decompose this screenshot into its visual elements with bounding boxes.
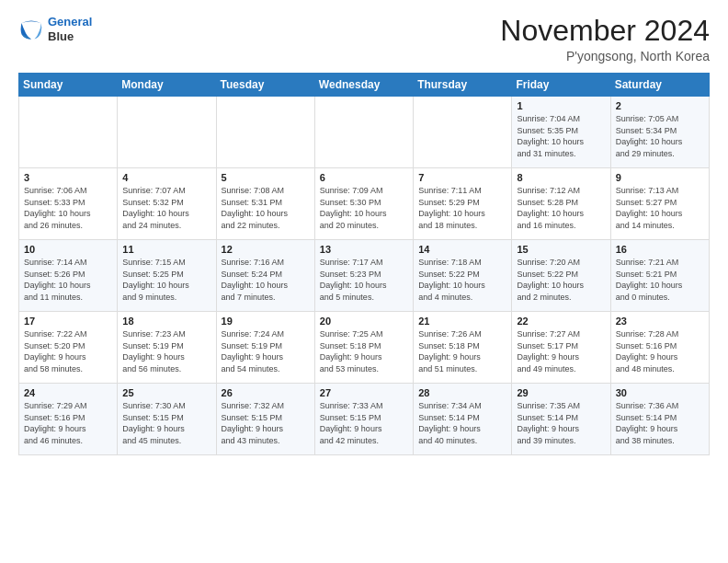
calendar-cell: 20Sunrise: 7:25 AM Sunset: 5:18 PM Dayli… <box>314 312 413 384</box>
day-info: Sunrise: 7:30 AM Sunset: 5:15 PM Dayligh… <box>122 400 210 446</box>
day-info: Sunrise: 7:13 AM Sunset: 5:27 PM Dayligh… <box>616 185 704 231</box>
calendar: SundayMondayTuesdayWednesdayThursdayFrid… <box>18 73 710 455</box>
day-info: Sunrise: 7:20 AM Sunset: 5:22 PM Dayligh… <box>517 257 605 303</box>
weekday-header: Sunday <box>19 74 118 97</box>
day-number: 25 <box>122 387 210 398</box>
calendar-week-row: 17Sunrise: 7:22 AM Sunset: 5:20 PM Dayli… <box>19 312 710 384</box>
day-number: 4 <box>122 172 210 183</box>
day-number: 16 <box>616 244 704 255</box>
day-info: Sunrise: 7:33 AM Sunset: 5:15 PM Dayligh… <box>320 400 408 446</box>
calendar-cell: 11Sunrise: 7:15 AM Sunset: 5:25 PM Dayli… <box>118 240 216 312</box>
day-number: 7 <box>418 172 506 183</box>
weekday-header: Friday <box>512 74 610 97</box>
day-number: 29 <box>517 387 605 398</box>
day-info: Sunrise: 7:27 AM Sunset: 5:17 PM Dayligh… <box>517 328 605 374</box>
title-block: November 2024 P'yongsong, North Korea <box>500 15 710 63</box>
header: General Blue November 2024 P'yongsong, N… <box>18 15 710 63</box>
calendar-cell: 21Sunrise: 7:26 AM Sunset: 5:18 PM Dayli… <box>414 312 512 384</box>
day-number: 20 <box>320 316 408 327</box>
day-number: 12 <box>222 244 310 255</box>
day-number: 26 <box>222 387 310 398</box>
calendar-cell: 29Sunrise: 7:35 AM Sunset: 5:14 PM Dayli… <box>512 384 610 455</box>
day-number: 14 <box>418 244 506 255</box>
page: General Blue November 2024 P'yongsong, N… <box>0 0 728 465</box>
day-info: Sunrise: 7:32 AM Sunset: 5:15 PM Dayligh… <box>222 400 310 446</box>
day-number: 23 <box>616 316 704 327</box>
weekday-header: Wednesday <box>314 74 413 97</box>
day-number: 21 <box>418 316 506 327</box>
calendar-cell: 18Sunrise: 7:23 AM Sunset: 5:19 PM Dayli… <box>118 312 216 384</box>
weekday-header: Monday <box>118 74 216 97</box>
calendar-cell <box>414 97 512 168</box>
calendar-cell: 1Sunrise: 7:04 AM Sunset: 5:35 PM Daylig… <box>512 97 610 168</box>
calendar-cell: 7Sunrise: 7:11 AM Sunset: 5:29 PM Daylig… <box>414 168 512 240</box>
day-info: Sunrise: 7:16 AM Sunset: 5:24 PM Dayligh… <box>222 257 310 303</box>
calendar-cell: 3Sunrise: 7:06 AM Sunset: 5:33 PM Daylig… <box>19 168 118 240</box>
day-number: 24 <box>24 387 112 398</box>
day-number: 18 <box>122 316 210 327</box>
day-info: Sunrise: 7:18 AM Sunset: 5:22 PM Dayligh… <box>418 257 506 303</box>
day-info: Sunrise: 7:24 AM Sunset: 5:19 PM Dayligh… <box>222 328 310 374</box>
calendar-cell: 8Sunrise: 7:12 AM Sunset: 5:28 PM Daylig… <box>512 168 610 240</box>
day-info: Sunrise: 7:35 AM Sunset: 5:14 PM Dayligh… <box>517 400 605 446</box>
calendar-cell: 28Sunrise: 7:34 AM Sunset: 5:14 PM Dayli… <box>414 384 512 455</box>
day-number: 2 <box>616 100 704 111</box>
day-number: 11 <box>122 244 210 255</box>
calendar-week-row: 24Sunrise: 7:29 AM Sunset: 5:16 PM Dayli… <box>19 384 710 455</box>
calendar-week-row: 10Sunrise: 7:14 AM Sunset: 5:26 PM Dayli… <box>19 240 710 312</box>
calendar-week-row: 3Sunrise: 7:06 AM Sunset: 5:33 PM Daylig… <box>19 168 710 240</box>
day-info: Sunrise: 7:36 AM Sunset: 5:14 PM Dayligh… <box>616 400 704 446</box>
calendar-cell: 22Sunrise: 7:27 AM Sunset: 5:17 PM Dayli… <box>512 312 610 384</box>
calendar-cell: 23Sunrise: 7:28 AM Sunset: 5:16 PM Dayli… <box>610 312 709 384</box>
calendar-cell: 10Sunrise: 7:14 AM Sunset: 5:26 PM Dayli… <box>19 240 118 312</box>
calendar-cell: 4Sunrise: 7:07 AM Sunset: 5:32 PM Daylig… <box>118 168 216 240</box>
calendar-cell <box>19 97 118 168</box>
day-info: Sunrise: 7:08 AM Sunset: 5:31 PM Dayligh… <box>222 185 310 231</box>
day-number: 17 <box>24 316 112 327</box>
day-info: Sunrise: 7:09 AM Sunset: 5:30 PM Dayligh… <box>320 185 408 231</box>
day-info: Sunrise: 7:22 AM Sunset: 5:20 PM Dayligh… <box>24 328 112 374</box>
day-number: 19 <box>222 316 310 327</box>
day-info: Sunrise: 7:12 AM Sunset: 5:28 PM Dayligh… <box>517 185 605 231</box>
calendar-cell: 19Sunrise: 7:24 AM Sunset: 5:19 PM Dayli… <box>216 312 314 384</box>
day-info: Sunrise: 7:07 AM Sunset: 5:32 PM Dayligh… <box>122 185 210 231</box>
day-number: 22 <box>517 316 605 327</box>
calendar-cell: 30Sunrise: 7:36 AM Sunset: 5:14 PM Dayli… <box>610 384 709 455</box>
day-info: Sunrise: 7:11 AM Sunset: 5:29 PM Dayligh… <box>418 185 506 231</box>
calendar-cell: 14Sunrise: 7:18 AM Sunset: 5:22 PM Dayli… <box>414 240 512 312</box>
day-info: Sunrise: 7:15 AM Sunset: 5:25 PM Dayligh… <box>122 257 210 303</box>
day-info: Sunrise: 7:05 AM Sunset: 5:34 PM Dayligh… <box>616 113 704 159</box>
day-number: 30 <box>616 387 704 398</box>
day-number: 10 <box>24 244 112 255</box>
calendar-cell: 2Sunrise: 7:05 AM Sunset: 5:34 PM Daylig… <box>610 97 709 168</box>
logo-text: General Blue <box>48 15 92 43</box>
day-info: Sunrise: 7:29 AM Sunset: 5:16 PM Dayligh… <box>24 400 112 446</box>
calendar-cell: 26Sunrise: 7:32 AM Sunset: 5:15 PM Dayli… <box>216 384 314 455</box>
day-number: 6 <box>320 172 408 183</box>
calendar-cell: 9Sunrise: 7:13 AM Sunset: 5:27 PM Daylig… <box>610 168 709 240</box>
calendar-header-row: SundayMondayTuesdayWednesdayThursdayFrid… <box>19 74 710 97</box>
calendar-cell: 12Sunrise: 7:16 AM Sunset: 5:24 PM Dayli… <box>216 240 314 312</box>
day-number: 8 <box>517 172 605 183</box>
calendar-cell: 6Sunrise: 7:09 AM Sunset: 5:30 PM Daylig… <box>314 168 413 240</box>
calendar-cell: 17Sunrise: 7:22 AM Sunset: 5:20 PM Dayli… <box>19 312 118 384</box>
calendar-cell: 24Sunrise: 7:29 AM Sunset: 5:16 PM Dayli… <box>19 384 118 455</box>
calendar-week-row: 1Sunrise: 7:04 AM Sunset: 5:35 PM Daylig… <box>19 97 710 168</box>
month-title: November 2024 <box>500 15 710 47</box>
weekday-header: Saturday <box>610 74 709 97</box>
calendar-cell: 27Sunrise: 7:33 AM Sunset: 5:15 PM Dayli… <box>314 384 413 455</box>
calendar-cell <box>314 97 413 168</box>
day-info: Sunrise: 7:06 AM Sunset: 5:33 PM Dayligh… <box>24 185 112 231</box>
day-info: Sunrise: 7:17 AM Sunset: 5:23 PM Dayligh… <box>320 257 408 303</box>
calendar-cell <box>118 97 216 168</box>
calendar-cell: 5Sunrise: 7:08 AM Sunset: 5:31 PM Daylig… <box>216 168 314 240</box>
day-info: Sunrise: 7:21 AM Sunset: 5:21 PM Dayligh… <box>616 257 704 303</box>
calendar-cell: 15Sunrise: 7:20 AM Sunset: 5:22 PM Dayli… <box>512 240 610 312</box>
day-number: 9 <box>616 172 704 183</box>
day-number: 3 <box>24 172 112 183</box>
day-info: Sunrise: 7:14 AM Sunset: 5:26 PM Dayligh… <box>24 257 112 303</box>
logo-icon <box>18 17 44 42</box>
day-number: 27 <box>320 387 408 398</box>
day-info: Sunrise: 7:25 AM Sunset: 5:18 PM Dayligh… <box>320 328 408 374</box>
day-number: 28 <box>418 387 506 398</box>
